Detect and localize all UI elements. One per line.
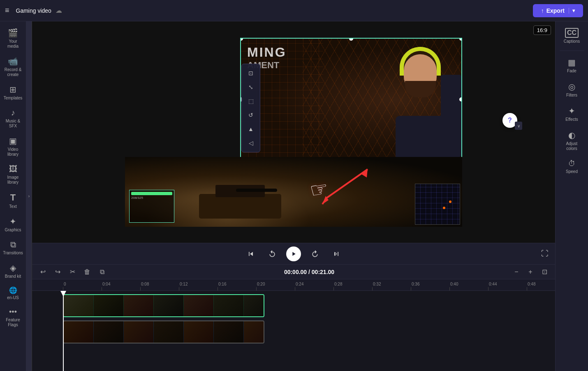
gamer-beard [405,81,436,97]
resize-handle-mr[interactable] [459,97,462,101]
sidebar-item-image-library[interactable]: 🖼 Imagelibrary [1,161,25,188]
fit-timeline-button[interactable]: ⊡ [539,266,550,278]
sidebar-label-brand-kit: Brand kit [5,274,21,279]
flip-horizontal-button[interactable]: ◁ [243,136,258,150]
ruler-content: 0 0:04 0:08 0:12 [32,279,555,290]
tank-body [199,194,281,219]
frame-3 [124,295,153,316]
filters-label: Filters [566,93,577,98]
rotate-tool-button[interactable]: ↺ [243,108,258,122]
sidebar-label-language: en-US [7,295,19,300]
resize-handle-tm[interactable] [349,38,353,41]
right-panel-fade[interactable]: ▦ Fade [557,54,587,77]
sidebar-item-your-media[interactable]: 🎬 Your media [1,25,25,52]
menu-icon[interactable]: ≡ [5,6,9,15]
sidebar-item-text[interactable]: T Text [1,189,25,212]
topbar: ≡ Gaming video ☁ ↑ Export ▾ [0,0,588,21]
game-frame-3 [124,321,153,343]
transitions-icon: ⧉ [10,240,16,249]
brand-kit-icon: ◈ [10,263,16,273]
gamer-body [396,116,445,157]
fade-label: Fade [567,69,576,74]
delete-button[interactable]: 🗑 [81,266,93,278]
game-ui-overlay: 208/325 [129,190,174,223]
preview-area[interactable]: 16:9 MING AMENT [32,21,555,243]
play-button[interactable] [286,247,301,261]
right-panel-adjust-colors[interactable]: ◐ Adjustcolors [557,127,587,154]
duplicate-button[interactable]: ⧉ [96,266,108,278]
zoom-out-button[interactable]: − [511,266,522,278]
video-canvas: MING AMENT [125,38,462,227]
rewind-button[interactable] [265,247,280,261]
game-frame-4 [154,321,183,343]
templates-icon: ⊞ [9,85,16,94]
track-2-clips [63,320,264,345]
sidebar-item-templates[interactable]: ⊞ Templates [1,81,25,104]
playback-controls: ⛶ [32,243,555,264]
ruler-tick-12: 0:12 [179,282,218,290]
right-panel-captions[interactable]: CC Captions [557,25,587,47]
undo-button[interactable]: ↩ [37,266,49,278]
right-panel-speed[interactable]: ⏱ Speed [557,156,587,177]
image-library-icon: 🖼 [9,164,17,174]
right-panel-filters[interactable]: ◎ Filters [557,78,587,101]
sidebar-item-feature-flags[interactable]: ••• FeatureFlags [1,304,25,331]
timeline-tracks[interactable] [32,291,555,371]
game-video-track-clip[interactable] [63,320,264,343]
gamer-video-bg: MING AMENT [241,39,461,160]
mini-map-grid [415,184,460,224]
resize-tool-button[interactable]: ⤡ [243,81,258,94]
ruler-tick-4: 0:04 [102,282,140,290]
export-chevron-icon[interactable]: ▾ [569,8,575,14]
sidebar-collapse-toggle[interactable]: › [26,21,32,371]
ruler-tick-44: 0:44 [488,282,527,290]
ruler-tick-40: 0:40 [449,282,488,290]
game-video-clip[interactable]: 208/325 [125,157,462,227]
sidebar-item-brand-kit[interactable]: ◈ Brand kit [1,260,25,282]
playhead[interactable] [63,291,64,371]
export-button[interactable]: ↑ Export ▾ [533,4,583,17]
gamer-filmstrip [64,295,264,316]
aspect-ratio-badge[interactable]: 16:9 [533,25,551,35]
skip-to-start-button[interactable] [243,247,258,261]
gamer-headphones [400,47,441,76]
gamer-figure [371,42,461,157]
sidebar-item-transitions[interactable]: ⧉ Transitions [1,237,25,259]
right-divider-1 [560,51,584,51]
timeline-zoom-controls: − + ⊡ [511,266,550,278]
forward-icon [311,250,319,258]
frame-1 [64,295,93,316]
pip-tool-button[interactable]: ⬚ [243,94,258,108]
frame-5 [184,295,213,316]
captions-label: Captions [564,39,580,44]
panel-collapse-button[interactable]: ∨ [515,122,522,130]
flip-vertical-button[interactable]: ▲ [243,122,258,136]
ui-stats: 208/325 [130,190,174,222]
total-time: 00:21.00 [312,269,334,275]
gamer-video-track-clip[interactable] [63,294,264,317]
skip-to-end-button[interactable] [329,247,344,261]
timecode-display: 00:00.00 / 00:21.00 [111,269,507,275]
redo-button[interactable]: ↪ [52,266,63,278]
forward-button[interactable] [308,247,322,261]
sidebar-label-video-library: Video library [3,147,23,157]
sidebar-label-feature-flags: FeatureFlags [6,318,20,327]
cut-button[interactable]: ✂ [67,266,78,278]
language-icon: 🌐 [9,286,17,294]
feature-flags-icon: ••• [9,308,17,316]
main-layout: 🎬 Your media 📹 Record &create ⊞ Template… [0,21,588,371]
zoom-in-button[interactable]: + [525,266,536,278]
gamer-video-clip[interactable]: MING AMENT [240,38,462,161]
game-frame-6 [214,321,243,343]
sidebar-item-graphics[interactable]: ✦ Graphics [1,213,25,236]
right-panel-effects[interactable]: ✦ Effects [557,103,587,125]
sidebar-item-video-library[interactable]: ▣ Video library [1,133,25,160]
gaming-title-text: MING [247,45,287,60]
resize-handle-tr[interactable] [459,38,462,41]
fullscreen-button[interactable]: ⛶ [541,249,549,258]
crop-tool-button[interactable]: ⊡ [243,67,258,80]
sidebar-item-music-sfx[interactable]: ♪ Music & SFX [1,105,25,132]
sidebar-item-language[interactable]: 🌐 en-US [1,283,25,304]
sidebar-item-record[interactable]: 📹 Record &create [1,53,25,81]
left-sidebar: 🎬 Your media 📹 Record &create ⊞ Template… [0,21,26,371]
